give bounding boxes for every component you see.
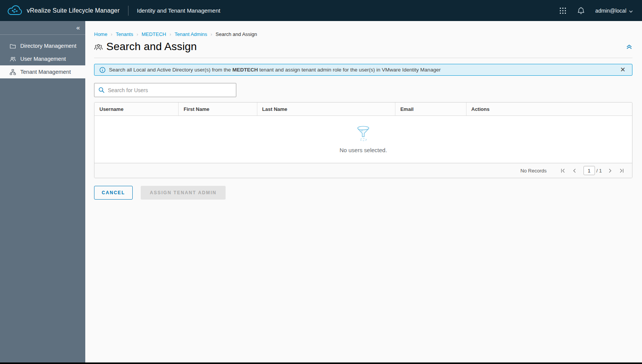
- page-number-input[interactable]: [583, 166, 595, 175]
- sidebar: « Directory Management: [0, 21, 85, 362]
- breadcrumb-separator: ›: [211, 32, 212, 37]
- column-header-last-name: Last Name: [257, 102, 395, 115]
- vrealize-cloud-logo-icon: [7, 5, 23, 16]
- title-divider: [94, 58, 632, 58]
- cancel-button[interactable]: CANCEL: [94, 186, 133, 200]
- page-title: Search and Assign: [106, 41, 197, 53]
- search-icon: [98, 87, 105, 93]
- breadcrumb-current: Search and Assign: [216, 31, 257, 37]
- sidebar-item-label: User Management: [20, 56, 66, 62]
- info-banner: Search all Local and Active Directory us…: [94, 64, 632, 76]
- breadcrumb-link-home[interactable]: Home: [94, 31, 107, 37]
- users-icon: [10, 56, 16, 62]
- funnel-icon: [354, 125, 372, 141]
- next-page-icon[interactable]: [607, 168, 613, 173]
- table-header-row: Username First Name Last Name Email Acti…: [94, 102, 632, 116]
- column-header-actions: Actions: [466, 102, 632, 115]
- table-footer: No Records / 1: [94, 163, 632, 178]
- double-chevron-up-icon[interactable]: [626, 44, 632, 50]
- chevron-down-icon: [629, 8, 633, 14]
- sidebar-item-label: Tenant Management: [20, 69, 71, 75]
- users-group-icon: [94, 42, 103, 51]
- sidebar-collapse-icon[interactable]: «: [76, 24, 80, 31]
- sidebar-item-directory-management[interactable]: Directory Management: [0, 39, 85, 52]
- page-title-row: Search and Assign: [94, 41, 632, 53]
- notifications-bell-icon[interactable]: [577, 6, 585, 15]
- users-table: Username First Name Last Name Email Acti…: [94, 102, 632, 178]
- app-switcher-icon[interactable]: [559, 6, 567, 15]
- module-title: Identity and Tenant Management: [137, 7, 220, 14]
- table-empty-state: No users selected.: [94, 116, 632, 163]
- bottom-edge-strip: [0, 362, 642, 364]
- user-search: [94, 83, 236, 97]
- sidebar-item-label: Directory Management: [20, 43, 76, 49]
- banner-tenant-name: MEDTECH: [232, 67, 258, 73]
- breadcrumb-link-medtech[interactable]: MEDTECH: [141, 31, 166, 37]
- search-input[interactable]: [108, 87, 232, 93]
- breadcrumb-separator: ›: [170, 32, 171, 37]
- records-count-label: No Records: [520, 168, 547, 174]
- breadcrumb-link-tenant-admins[interactable]: Tenant Admins: [175, 31, 207, 37]
- action-buttons-row: CANCEL ASSIGN TENANT ADMIN: [94, 186, 632, 200]
- user-menu[interactable]: admin@local: [595, 8, 633, 14]
- breadcrumb-separator: ›: [111, 32, 112, 37]
- banner-message: Search all Local and Active Directory us…: [109, 67, 440, 73]
- org-tree-icon: [10, 69, 16, 75]
- breadcrumb-separator: ›: [137, 32, 138, 37]
- app-header: vRealize Suite Lifecycle Manager Identit…: [0, 0, 642, 21]
- user-menu-label: admin@local: [595, 8, 626, 14]
- header-divider: [128, 6, 128, 16]
- sidebar-header: «: [0, 21, 85, 35]
- assign-tenant-admin-button[interactable]: ASSIGN TENANT ADMIN: [141, 186, 226, 200]
- breadcrumb-link-tenants[interactable]: Tenants: [116, 31, 133, 37]
- sidebar-item-user-management[interactable]: User Management: [0, 52, 85, 65]
- sidebar-nav: Directory Management User Management: [0, 35, 85, 78]
- first-page-icon[interactable]: [561, 168, 566, 173]
- column-header-email: Email: [395, 102, 466, 115]
- last-page-icon[interactable]: [619, 168, 624, 173]
- breadcrumb: Home › Tenants › MEDTECH › Tenant Admins…: [94, 31, 632, 37]
- info-circle-icon: [99, 67, 106, 73]
- column-header-first-name: First Name: [178, 102, 257, 115]
- banner-close-icon[interactable]: ✕: [619, 66, 627, 74]
- app-title: vRealize Suite Lifecycle Manager: [27, 7, 120, 14]
- previous-page-icon[interactable]: [572, 168, 577, 173]
- sidebar-item-tenant-management[interactable]: Tenant Management: [0, 65, 85, 78]
- folder-icon: [10, 43, 16, 49]
- main-content: Home › Tenants › MEDTECH › Tenant Admins…: [85, 21, 642, 362]
- column-header-username: Username: [94, 102, 178, 115]
- page-total-label: / 1: [596, 168, 602, 174]
- empty-state-message: No users selected.: [340, 147, 387, 153]
